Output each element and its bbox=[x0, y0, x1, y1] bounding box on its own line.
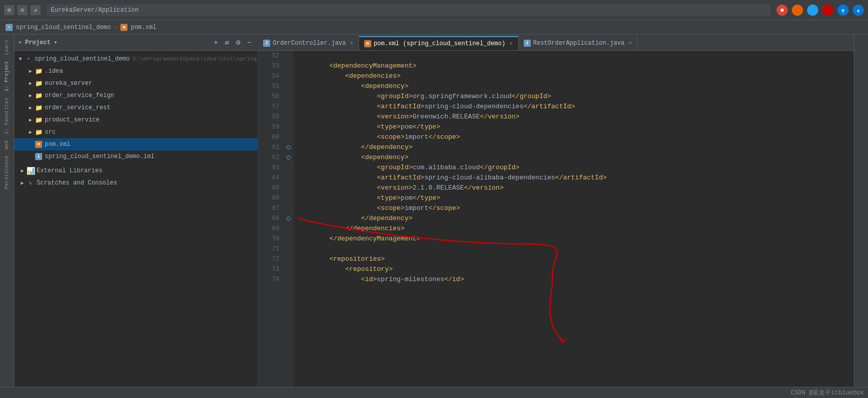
gutter-67 bbox=[283, 203, 294, 213]
code-line-59: <type>pom</type> bbox=[298, 122, 850, 132]
tree-item-pom[interactable]: m pom.xml bbox=[14, 138, 258, 150]
tab-close-rest[interactable]: × bbox=[629, 40, 632, 46]
tab-label-rest: RestOrderApplication.java bbox=[533, 40, 625, 47]
strip-favorites[interactable]: 2: Favorites bbox=[3, 95, 11, 137]
panel-equalizer-btn[interactable]: ⇄ bbox=[223, 39, 231, 47]
firefox-icon[interactable] bbox=[792, 5, 803, 16]
tab-label-order: OrderController.java bbox=[273, 40, 346, 47]
code-line-63: <groupId>com.alibaba.cloud</groupId> bbox=[298, 163, 850, 173]
code-line-57: <artifactId>spring-cloud-dependencies</a… bbox=[298, 102, 850, 112]
tab-rest-order[interactable]: J RestOrderApplication.java × bbox=[519, 36, 638, 50]
code-line-71 bbox=[298, 244, 850, 254]
gutter-69 bbox=[283, 224, 294, 234]
tab-rest-java-icon: J bbox=[524, 40, 531, 47]
tree-eureka-icon: 📁 bbox=[35, 79, 43, 87]
gutter-61[interactable] bbox=[283, 142, 294, 152]
svg-point-2 bbox=[794, 7, 801, 14]
address-bar[interactable]: EurekaServer/Application bbox=[47, 4, 770, 16]
gutter-62[interactable] bbox=[283, 152, 294, 163]
panel-settings-btn[interactable]: ⚙ bbox=[234, 39, 242, 47]
code-line-56: <groupId>org.springframework.cloud</grou… bbox=[298, 91, 850, 102]
edge-icon[interactable]: e bbox=[853, 5, 864, 16]
gutter-68[interactable] bbox=[283, 213, 294, 224]
gutter-57 bbox=[283, 102, 294, 112]
project-tree: ▼ ▪ spring_cloud_sentinel_demo D:\AProgr… bbox=[14, 51, 258, 387]
chrome-icon[interactable] bbox=[777, 5, 788, 16]
line-58: 58 bbox=[258, 112, 283, 122]
code-line-67: <scope>import</scope> bbox=[298, 203, 850, 213]
tree-src-icon: 📁 bbox=[35, 128, 43, 136]
tree-src-label: src bbox=[45, 129, 56, 136]
gutter-56 bbox=[283, 91, 294, 102]
tree-item-src[interactable]: ▶ 📁 src bbox=[14, 126, 258, 138]
breadcrumb-project[interactable]: spring_cloud_sentinel_demo bbox=[16, 24, 111, 31]
tab-label-pom: pom.xml (spring_cloud_sentinel_demo) bbox=[374, 40, 505, 47]
tree-item-feign[interactable]: ▶ 📁 order_service_feign bbox=[14, 89, 258, 102]
toolbar-icon-2[interactable]: ⊡ bbox=[17, 5, 27, 15]
tree-item-extlibs[interactable]: ▶ 📊 External Libraries bbox=[14, 165, 258, 177]
tab-close-order[interactable]: × bbox=[350, 40, 353, 46]
toolbar-icon-1[interactable]: ⊞ bbox=[4, 5, 14, 15]
code-line-64: <artifactId>spring-cloud-alibaba-depende… bbox=[298, 173, 850, 183]
tab-order-controller[interactable]: J OrderController.java × bbox=[258, 36, 359, 50]
code-line-54: <dependencies> bbox=[298, 71, 850, 81]
toolbar-icon-3[interactable]: ↺ bbox=[30, 5, 41, 15]
strip-learn[interactable]: Learn bbox=[3, 37, 11, 58]
code-editor[interactable]: 52 53 54 55 56 57 58 59 60 61 62 63 64 6… bbox=[258, 51, 854, 387]
line-64: 64 bbox=[258, 173, 283, 183]
gutter-71 bbox=[283, 244, 294, 254]
tree-root-label: spring_cloud_sentinel_demo bbox=[35, 55, 130, 63]
tree-product-icon: 📁 bbox=[35, 116, 43, 124]
tree-feign-label: order_service_feign bbox=[45, 92, 114, 99]
code-line-53: <dependencyManagement> bbox=[298, 61, 850, 71]
strip-web[interactable]: Web bbox=[3, 137, 11, 152]
panel-header: ▪ Project ▾ + ⇄ ⚙ − bbox=[14, 35, 258, 51]
opera-icon[interactable] bbox=[822, 5, 833, 16]
code-line-60: <scope>import</scope> bbox=[298, 132, 850, 142]
tab-close-pom[interactable]: × bbox=[509, 41, 513, 47]
code-line-66: <type>pom</type> bbox=[298, 193, 850, 203]
line-53: 53 bbox=[258, 61, 283, 71]
code-line-55: <dependency> bbox=[298, 81, 850, 91]
tree-root[interactable]: ▼ ▪ spring_cloud_sentinel_demo D:\AProgr… bbox=[14, 53, 258, 65]
safari-icon[interactable] bbox=[807, 5, 818, 16]
tree-scratches-arrow: ▶ bbox=[18, 180, 26, 186]
tree-item-scratches[interactable]: ▶ ✎ Scratches and Consoles bbox=[14, 177, 258, 189]
tree-src-arrow: ▶ bbox=[26, 129, 35, 135]
panel-title-text: Project bbox=[25, 39, 50, 46]
watermark-text: CSDN @蓝盒子itbluebox bbox=[791, 388, 864, 397]
tree-pom-icon: m bbox=[35, 140, 43, 148]
tree-item-product[interactable]: ▶ 📁 product_service bbox=[14, 114, 258, 126]
breadcrumb-sep: › bbox=[114, 24, 117, 31]
tree-item-iml[interactable]: i spring_cloud_sentinel_demo.iml bbox=[14, 150, 258, 163]
tree-item-rest[interactable]: ▶ 📁 order_service_rest bbox=[14, 102, 258, 114]
strip-project[interactable]: 1: Project bbox=[3, 58, 11, 95]
tree-extlibs-arrow: ▶ bbox=[18, 168, 26, 174]
panel-add-btn[interactable]: + bbox=[212, 39, 220, 47]
tree-item-idea[interactable]: ▶ 📁 .idea bbox=[14, 65, 258, 77]
code-line-70: </dependencyManagement> bbox=[298, 234, 850, 244]
tree-rest-arrow: ▶ bbox=[26, 105, 35, 111]
line-55: 55 bbox=[258, 81, 283, 91]
line-74: 74 bbox=[258, 274, 283, 285]
tree-feign-arrow: ▶ bbox=[26, 93, 35, 99]
ie-icon[interactable]: e bbox=[838, 5, 849, 16]
tab-java-icon: J bbox=[263, 40, 270, 47]
panel-title: ▪ Project ▾ bbox=[18, 39, 57, 46]
tree-item-eureka[interactable]: ▶ 📁 eureka_server bbox=[14, 77, 258, 89]
tab-pom-xml[interactable]: m pom.xml (spring_cloud_sentinel_demo) × bbox=[359, 36, 519, 50]
breadcrumb-file[interactable]: pom.xml bbox=[131, 24, 156, 31]
line-62: 62 bbox=[258, 152, 283, 163]
code-content[interactable]: <dependencyManagement> <dependencies> <d… bbox=[294, 51, 854, 387]
line-73: 73 bbox=[258, 264, 283, 274]
line-71: 71 bbox=[258, 244, 283, 254]
strip-persistence[interactable]: Persistence bbox=[3, 152, 11, 192]
panel-minimize-btn[interactable]: − bbox=[245, 39, 253, 47]
panel-folder-icon: ▪ bbox=[18, 39, 22, 46]
tree-rest-label: order_service_rest bbox=[45, 104, 111, 111]
tree-extlibs-icon: 📊 bbox=[26, 167, 35, 175]
tree-idea-icon: 📁 bbox=[35, 67, 43, 75]
tree-idea-arrow: ▶ bbox=[26, 68, 35, 74]
code-line-58: <version>Greenwich.RELEASE</version> bbox=[298, 112, 850, 122]
panel-dropdown-icon[interactable]: ▾ bbox=[54, 39, 57, 46]
